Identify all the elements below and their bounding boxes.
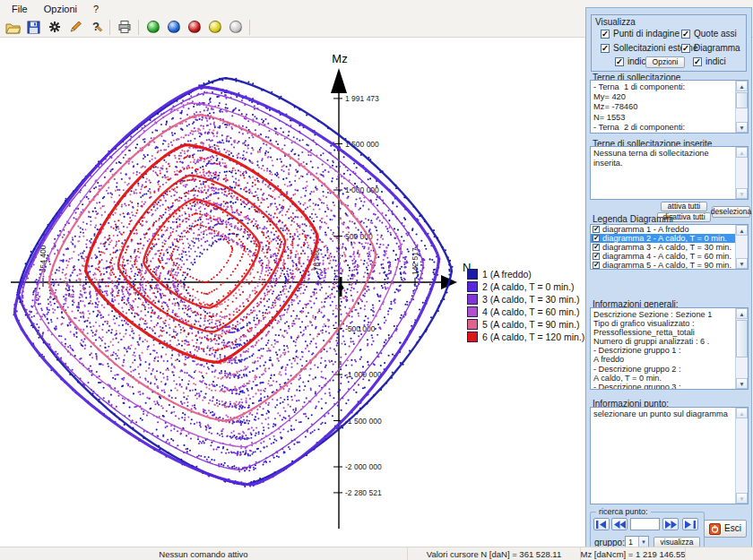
- deseleziona-button[interactable]: deseleziona: [712, 206, 750, 218]
- terne-inserite-box[interactable]: Nessuna terna di sollecitazione inserita…: [590, 146, 749, 200]
- scroll-thumb[interactable]: [736, 92, 748, 108]
- legenda-item-label: diagramma 5 - A caldo, T = 90 min.: [602, 261, 731, 270]
- info-generali-box[interactable]: Descrizione Sezione : Sezione 1 Tipo di …: [590, 307, 749, 390]
- power-icon: [709, 523, 721, 535]
- legend-entry-label: 6 (A caldo, T = 120 min.): [482, 332, 584, 342]
- visualizza-title: Visualizza: [595, 17, 636, 27]
- checkbox-icon[interactable]: ✓: [593, 244, 600, 251]
- scroll-up-icon[interactable]: ▲: [736, 81, 748, 91]
- ricerca-punto-title: ricerca punto:: [596, 507, 651, 516]
- last-point-button[interactable]: [682, 518, 698, 530]
- attiva-tutti-button[interactable]: attiva tutti: [661, 202, 707, 211]
- scroll-down-icon[interactable]: ▼: [736, 258, 748, 269]
- status-command: Nessun comando attivo: [0, 547, 408, 560]
- checkbox-label: Punti di indagine: [613, 29, 679, 39]
- legenda-item-3[interactable]: ✓diagramma 3 - A caldo, T = 30 min.: [591, 243, 735, 252]
- checkbox-icon: ✓: [601, 44, 610, 53]
- terne-box[interactable]: - Terna 1 di componenti: My= 420 Mz= -78…: [590, 80, 749, 134]
- toolbar-separator: [249, 20, 250, 35]
- legend-entry-label: 5 (A caldo, T = 90 min.): [482, 319, 579, 330]
- checkbox-icon[interactable]: ✓: [593, 226, 600, 233]
- checkbox-icon: ✓: [615, 57, 624, 66]
- scroll-down-icon[interactable]: ▼: [736, 188, 748, 199]
- terne-text: - Terna 1 di componenti: My= 420 Mz= -78…: [593, 82, 733, 133]
- terne-inserite-scrollbar[interactable]: ▲ ▼: [735, 147, 748, 199]
- open-folder-icon[interactable]: [3, 18, 23, 36]
- diagram-legend-entry-4: 4 (A caldo, T = 60 min.): [467, 306, 584, 318]
- application-window: FileOpzioni? ? MzN1 991 4731 500 0001: [0, 0, 753, 560]
- info-generali-scrollbar[interactable]: ▲ ▼: [735, 308, 748, 389]
- esci-button[interactable]: Esci: [704, 520, 747, 538]
- opzioni-button[interactable]: Opzioni: [645, 56, 685, 68]
- legend-entry-label: 1 (A freddo): [482, 269, 532, 280]
- help-icon[interactable]: ?: [85, 18, 106, 36]
- info-punto-box[interactable]: selezionare un punto sul diagramma ▲ ▼: [590, 407, 749, 504]
- checkbox-icon[interactable]: ✓: [593, 253, 600, 260]
- menu-item-opzioni[interactable]: Opzioni: [36, 2, 85, 16]
- scroll-up-icon[interactable]: ▲: [736, 225, 748, 236]
- menu-item-file[interactable]: File: [4, 2, 36, 16]
- diagram-legend-entry-5: 5 (A caldo, T = 90 min.): [467, 318, 584, 331]
- scroll-up-icon[interactable]: ▲: [736, 308, 748, 319]
- punto-search-input[interactable]: [630, 518, 660, 530]
- sphere-gray-icon[interactable]: [225, 18, 246, 36]
- scroll-up-icon[interactable]: ▲: [736, 408, 748, 418]
- axes: MzN1 991 4731 500 0001 000 000500 000-50…: [11, 52, 471, 529]
- terne-scrollbar[interactable]: ▲ ▼: [735, 81, 748, 133]
- sphere-yellow-icon[interactable]: [204, 18, 225, 36]
- checkbox-indici-sollecitazioni[interactable]: ✓indici: [615, 56, 648, 66]
- scroll-down-icon[interactable]: ▼: [736, 378, 748, 389]
- checkbox-punti-di-indagine[interactable]: ✓Punti di indagine: [601, 29, 679, 39]
- status-empty: [686, 547, 753, 560]
- legend-swatch: [467, 269, 478, 280]
- diagram-legend: 1 (A freddo)2 (A caldo, T = 0 min.)3 (A …: [467, 268, 584, 343]
- terne-inserite-text: Nessuna terna di sollecitazione inserita…: [593, 149, 733, 168]
- checkbox-icon[interactable]: ✓: [593, 262, 600, 269]
- info-generali-text: Descrizione Sezione : Sezione 1 Tipo di …: [593, 310, 733, 390]
- sphere-green-icon[interactable]: [143, 18, 163, 36]
- legenda-item-5[interactable]: ✓diagramma 5 - A caldo, T = 90 min.: [591, 261, 735, 270]
- legenda-item-2[interactable]: ✓diagramma 2 - A caldo, T = 0 min.: [591, 234, 735, 243]
- status-bar: Nessun comando attivo Valori cursore N […: [0, 547, 753, 560]
- checkbox-icon: ✓: [681, 44, 690, 53]
- info-punto-text: selezionare un punto sul diagramma: [593, 409, 733, 419]
- next-point-button[interactable]: [662, 518, 679, 530]
- diagram-canvas[interactable]: MzN1 991 4731 500 0001 000 000500 000-50…: [0, 38, 584, 547]
- checkbox-icon: ✓: [681, 30, 690, 39]
- legenda-item-1[interactable]: ✓diagramma 1 - A freddo: [591, 225, 735, 234]
- print-icon[interactable]: [114, 18, 134, 36]
- legenda-scrollbar[interactable]: ▲ ▼: [735, 225, 748, 269]
- menu-item-[interactable]: ?: [85, 2, 107, 16]
- checkbox-label: indici: [705, 56, 726, 66]
- scroll-up-icon[interactable]: ▲: [736, 147, 748, 158]
- legend-swatch: [467, 306, 478, 317]
- settings-icon[interactable]: [44, 18, 65, 36]
- esci-label: Esci: [724, 524, 741, 533]
- checkbox-icon[interactable]: ✓: [593, 235, 600, 242]
- checkbox-label: Quote assi: [694, 29, 737, 39]
- legend-swatch: [467, 319, 478, 330]
- checkbox-quote-assi[interactable]: ✓Quote assi: [681, 29, 737, 39]
- legenda-item-label: diagramma 3 - A caldo, T = 30 min.: [602, 243, 731, 252]
- legenda-list[interactable]: ✓diagramma 1 - A freddo✓diagramma 2 - A …: [590, 224, 749, 270]
- y-tick-label: 1 991 473: [345, 94, 379, 103]
- side-panel: Visualizza ✓Punti di indagine ✓Quote ass…: [585, 7, 752, 547]
- diagram-legend-entry-2: 2 (A caldo, T = 0 min.): [467, 280, 584, 293]
- previous-point-button[interactable]: [611, 518, 628, 530]
- checkbox-diagramma[interactable]: ✓Diagramma: [681, 43, 740, 53]
- checkbox-indici-diagramma[interactable]: ✓indici: [693, 56, 726, 66]
- legenda-title: Legenda Diagrammi: [593, 214, 673, 224]
- legend-entry-label: 2 (A caldo, T = 0 min.): [482, 281, 575, 292]
- legenda-item-4[interactable]: ✓diagramma 4 - A caldo, T = 60 min.: [591, 252, 735, 261]
- save-icon[interactable]: [23, 18, 44, 36]
- scroll-thumb[interactable]: [736, 320, 748, 358]
- scroll-down-icon[interactable]: ▼: [736, 493, 748, 504]
- sphere-blue-icon[interactable]: [163, 18, 184, 36]
- info-punto-scrollbar[interactable]: ▲ ▼: [735, 408, 748, 504]
- gruppo-value: 1: [626, 538, 638, 547]
- edit-icon[interactable]: [65, 18, 85, 36]
- first-point-button[interactable]: [593, 518, 610, 530]
- visualizza-groupbox: Visualizza ✓Punti di indagine ✓Quote ass…: [591, 14, 747, 72]
- scroll-down-icon[interactable]: ▼: [736, 122, 748, 133]
- sphere-red-icon[interactable]: [184, 18, 204, 36]
